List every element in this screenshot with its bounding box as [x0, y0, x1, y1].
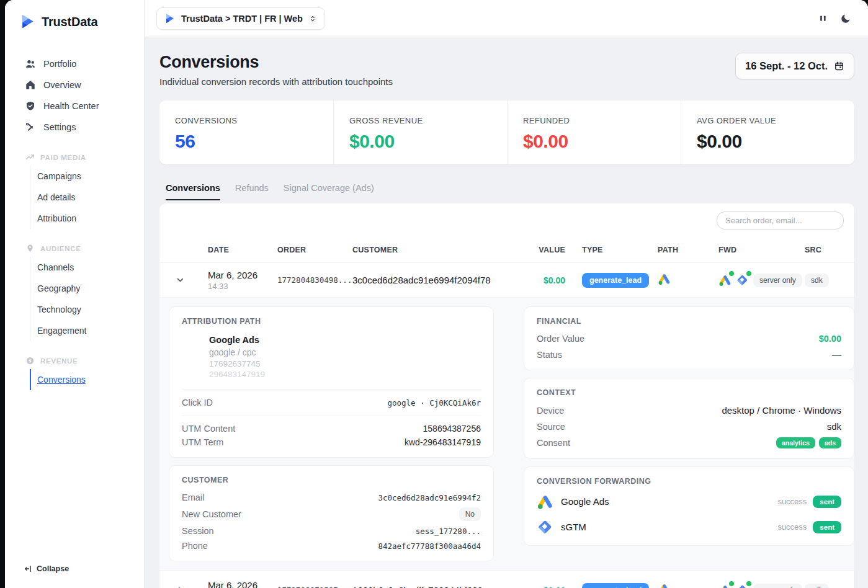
row-expander[interactable]	[159, 586, 208, 588]
stat-label: GROSS REVENUE	[349, 116, 507, 125]
column-value: VALUE	[517, 246, 565, 254]
sidebar-section-audience: AUDIENCE	[5, 240, 144, 257]
customer-rows: Email 3c0ced6d28adc91e6994f2 New Custome…	[182, 492, 481, 551]
section-label: REVENUE	[40, 357, 78, 365]
search-input[interactable]	[717, 212, 844, 229]
touchpoint-medium: google / cpc	[209, 347, 481, 357]
page-header: Conversions Individual conversion record…	[159, 37, 854, 87]
row-expander[interactable]	[159, 275, 208, 285]
dark-mode-toggle[interactable]	[839, 12, 852, 25]
stat-value: 56	[175, 131, 333, 152]
email-value: 3c0ced6d28adc91e6994f2	[378, 493, 481, 502]
consent-badges: analytics ads	[776, 437, 841, 448]
row-label: UTM Content	[182, 424, 235, 434]
device-row: Device desktop / Chrome · Windows	[537, 405, 841, 416]
date-range-picker[interactable]: 16 Sept. - 12 Oct.	[735, 53, 854, 79]
utm-term-row: UTM Term kwd-296483147919	[182, 437, 481, 447]
sidebar-item-campaigns[interactable]: Campaigns	[30, 166, 144, 187]
stat-value: $0.00	[697, 131, 854, 152]
table-row[interactable]: Mar 6, 2026 10:23 1772789871587... 1636b…	[159, 571, 854, 588]
stat-label: CONVERSIONS	[175, 116, 333, 125]
consent-ads-badge: ads	[819, 437, 841, 448]
sidebar-item-portfolio[interactable]: Portfolio	[5, 53, 144, 74]
property-selector-label: TrustData > TRDT | FR | Web	[181, 14, 303, 24]
trustdata-logo-icon	[20, 14, 36, 30]
sidebar-item-label: Health Center	[43, 101, 99, 111]
source-row: Source sdk	[537, 421, 841, 432]
stat-label: AVG ORDER VALUE	[697, 116, 854, 125]
app-name: TrustData	[42, 15, 97, 29]
success-dot	[746, 271, 751, 276]
date-range-label: 16 Sept. - 12 Oct.	[745, 60, 828, 72]
row-label: New Customer	[182, 509, 241, 519]
sidebar-item-engagement[interactable]: Engagement	[30, 320, 144, 341]
property-selector[interactable]: TrustData > TRDT | FR | Web	[156, 7, 325, 30]
cell-value: $0.00	[517, 586, 565, 588]
order-value-row: Order Value $0.00	[537, 334, 841, 344]
cell-path	[658, 582, 718, 588]
event-type-badge: generate_lead	[582, 273, 649, 288]
success-dot	[746, 581, 751, 586]
conversions-table-card: DATE ORDER CUSTOMER VALUE TYPE PATH FWD …	[159, 203, 854, 588]
sidebar-subnav-paid-media: Campaigns Ad details Attribution	[30, 166, 144, 229]
forwarding-destination: Google Ads	[537, 493, 609, 510]
users-icon	[25, 58, 36, 69]
cell-src: sdk	[805, 274, 854, 287]
sidebar-item-overview[interactable]: Overview	[5, 74, 144, 96]
click-id-row: Click ID google · Cj0KCQiAk6r	[182, 389, 481, 416]
card-title: FINANCIAL	[537, 317, 841, 326]
cell-type: generate_lead	[565, 583, 658, 588]
tab-signal-coverage[interactable]: Signal Coverage (Ads)	[284, 183, 374, 200]
stats-cards: CONVERSIONS 56 GROSS REVENUE $0.00 REFUN…	[159, 100, 854, 164]
success-dot	[729, 271, 734, 276]
sent-badge: sent	[813, 521, 841, 533]
table-row[interactable]: Mar 6, 2026 14:33 1772804830498... 3c0ce…	[159, 263, 854, 298]
stat-conversions: CONVERSIONS 56	[159, 100, 333, 164]
row-label: Session	[182, 526, 214, 536]
sidebar-item-attribution[interactable]: Attribution	[30, 208, 144, 229]
card-title: CONVERSION FORWARDING	[537, 477, 841, 486]
row-label: Device	[537, 406, 564, 416]
forwarding-rows: Google Ads success sent	[537, 493, 841, 535]
home-icon	[25, 79, 36, 91]
section-label: PAID MEDIA	[40, 154, 86, 161]
attribution-path-card: ATTRIBUTION PATH Google Ads google / cpc…	[169, 306, 494, 458]
sidebar-item-technology[interactable]: Technology	[30, 299, 144, 320]
tab-conversions[interactable]: Conversions	[166, 183, 220, 200]
status-text: success	[777, 497, 807, 506]
pause-tracking-button[interactable]	[817, 12, 829, 25]
forwarding-status: success sent	[777, 496, 841, 508]
sidebar-item-label: Overview	[43, 80, 81, 90]
cell-src: sdk	[805, 584, 854, 588]
chevron-up-down-icon	[308, 14, 317, 23]
src-pill: sdk	[805, 274, 829, 287]
sidebar-item-ad-details[interactable]: Ad details	[30, 187, 144, 208]
device-value: desktop / Chrome · Windows	[722, 405, 841, 416]
cell-customer: 3c0ced6d28adc91e6994f2094f78	[352, 275, 517, 285]
sidebar-item-label: Portfolio	[43, 59, 76, 69]
row-label: UTM Term	[182, 437, 223, 447]
sidebar-item-channels[interactable]: Channels	[30, 257, 144, 278]
context-card: CONTEXT Device desktop / Chrome · Window…	[524, 378, 854, 459]
dollar-circle-icon	[25, 356, 35, 365]
forwarding-row-sgtm: sGTM success sent	[537, 519, 841, 535]
column-src: SRC	[805, 246, 854, 254]
google-ads-icon	[658, 582, 671, 588]
row-date: Mar 6, 2026	[208, 580, 277, 588]
financial-card: FINANCIAL Order Value $0.00 Status —	[524, 306, 854, 370]
touchpoint-source: Google Ads	[209, 335, 481, 345]
sidebar-item-health-center[interactable]: Health Center	[5, 96, 144, 117]
order-value: $0.00	[819, 334, 841, 344]
stat-refunded: REFUNDED $0.00	[507, 100, 681, 164]
touchpoint-campaign-id: 17692637745	[209, 359, 481, 368]
sidebar-item-conversions[interactable]: Conversions	[30, 369, 144, 390]
sidebar-main-nav: Portfolio Overview Health Center Setting…	[5, 53, 144, 390]
sidebar-item-geography[interactable]: Geography	[30, 278, 144, 299]
session-row: Session sess_177280...	[182, 526, 481, 536]
sidebar-collapse-button[interactable]: Collapse	[24, 564, 69, 573]
utm-content-row: UTM Content 158694387256	[182, 424, 481, 434]
sidebar-item-settings[interactable]: Settings	[5, 117, 144, 138]
page-header-text: Conversions Individual conversion record…	[159, 53, 393, 87]
row-label: Status	[537, 350, 562, 360]
tab-refunds[interactable]: Refunds	[235, 183, 269, 200]
